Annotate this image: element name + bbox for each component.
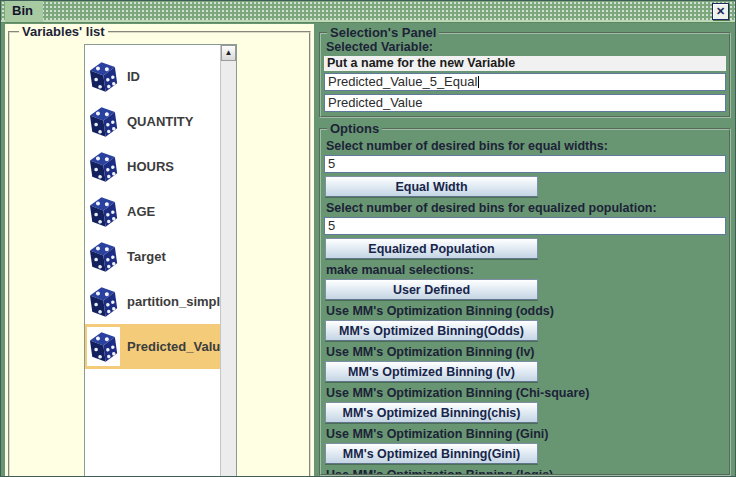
variable-name: ID (127, 69, 140, 84)
vertical-scrollbar[interactable]: ▲ (220, 45, 236, 477)
dice-icon (87, 57, 120, 96)
new-variable-name-prompt: Put a name for the new Variable (324, 56, 726, 71)
manual-selections-label: make manual selections: (326, 264, 726, 277)
variable-list-item[interactable]: QUANTITY (85, 99, 220, 144)
equal-width-bins-field[interactable]: 5 (324, 155, 726, 173)
selected-variable-label: Selected Variable: (326, 41, 726, 54)
scrollbar-track[interactable] (221, 61, 236, 477)
variables-panel-title: Variables' list (19, 25, 108, 38)
variables-list: ID QUANTITY (85, 45, 220, 477)
variable-name: AGE (127, 204, 155, 219)
mm-binning-button[interactable]: MM's Optimized Binning (lv) (325, 361, 538, 382)
dice-icon (87, 237, 120, 276)
selection-panel-title: Selection's Panel (327, 26, 439, 39)
variables-listbox[interactable]: ID QUANTITY (84, 44, 237, 477)
close-icon: ✕ (716, 6, 725, 17)
variable-list-item[interactable]: AGE (85, 189, 220, 234)
equal-width-bins-label: Select number of desired bins for equal … (326, 140, 726, 153)
dice-icon (87, 102, 120, 141)
dice-icon (87, 327, 120, 366)
equalized-population-bins-label: Select number of desired bins for equali… (326, 202, 726, 215)
variables-panel: Variables' list (5, 24, 314, 476)
dice-icon (87, 192, 120, 231)
variable-name: Predicted_Value (127, 339, 220, 354)
variable-list-item[interactable]: Predicted_Value (85, 324, 220, 369)
dice-icon (87, 282, 120, 321)
mm-binning-label: Use MM's Optimization Binning (lv) (326, 346, 726, 359)
variable-list-item[interactable]: HOURS (85, 144, 220, 189)
variable-name: HOURS (127, 159, 174, 174)
equalized-population-bins-field[interactable]: 5 (324, 217, 726, 235)
mm-binning-button[interactable]: MM's Optimized Binning(Gini) (325, 443, 538, 464)
user-defined-button[interactable]: User Defined (325, 279, 538, 300)
close-button[interactable]: ✕ (712, 3, 729, 20)
bin-dialog: Bin ✕ Variables' list (0, 0, 736, 477)
title-bar[interactable]: Bin ✕ (1, 1, 735, 23)
variable-name: QUANTITY (127, 114, 193, 129)
selection-options-panel: Selection's Panel Selected Variable: Put… (319, 24, 732, 476)
mm-binning-label: Use MM's Optimization Binning (Chi-squar… (326, 387, 726, 400)
mm-binning-label: Use MM's Optimization Binning (Gini) (326, 428, 726, 441)
variables-fieldset: Variables' list (8, 25, 311, 477)
equalized-population-button[interactable]: Equalized Population (325, 238, 538, 259)
dialog-content: Variables' list (1, 23, 735, 476)
text-caret (478, 76, 479, 88)
mm-binning-button[interactable]: MM's Optimized Binning(Odds) (325, 320, 538, 341)
variable-list-item[interactable]: Target (85, 234, 220, 279)
variable-name: partition_simple (127, 294, 220, 309)
mm-binning-section: Use MM's Optimization Binning (odds) MM'… (324, 305, 726, 476)
mm-binning-button[interactable]: MM's Optimized Binning(chis) (325, 402, 538, 423)
scroll-up-button[interactable]: ▲ (221, 45, 236, 61)
equal-width-button[interactable]: Equal Width (325, 176, 538, 197)
options-panel-title: Options (327, 122, 382, 135)
variable-list-item[interactable]: partition_simple (85, 279, 220, 324)
window-title: Bin (5, 1, 43, 22)
mm-binning-label: Use MM's Optimization Binning (logis) (326, 469, 726, 476)
original-variable-name-field[interactable]: Predicted_Value (324, 94, 726, 112)
options-fieldset: Options Select number of desired bins fo… (319, 122, 731, 476)
new-variable-name-field[interactable]: Predicted_Value_5_Equal (324, 73, 726, 91)
scroll-up-icon: ▲ (225, 49, 233, 57)
selection-fieldset: Selection's Panel Selected Variable: Put… (319, 26, 731, 118)
mm-binning-label: Use MM's Optimization Binning (odds) (326, 305, 726, 318)
variable-name: Target (127, 249, 166, 264)
dice-icon (87, 147, 120, 186)
variable-list-item[interactable]: ID (85, 54, 220, 99)
